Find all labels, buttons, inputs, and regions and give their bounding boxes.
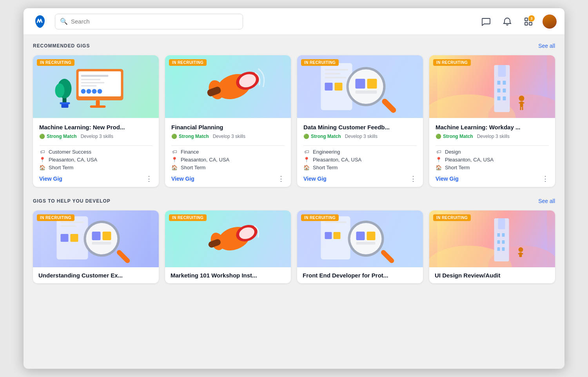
meta-term-1: 🏠 Short Term [39,165,152,170]
messages-button[interactable] [479,14,493,29]
divider-4 [436,145,549,146]
svg-rect-101 [521,253,523,254]
card-menu-1[interactable]: ⋮ [145,175,152,182]
card-menu-3[interactable]: ⋮ [410,175,417,182]
card-image-4: IN RECRUITING [429,55,555,118]
svg-point-65 [86,223,118,254]
card-footer-4: View Gig ⋮ [436,175,549,182]
card-title-3: Data Mining Customer Feedb... [303,123,417,131]
user-avatar[interactable] [543,14,557,29]
svg-rect-91 [498,218,505,229]
develop-text-4: Develop 3 skills [477,134,510,139]
svg-rect-95 [502,240,505,244]
meta-location-2: 📍 Pleasanton, CA, USA [171,157,285,163]
home-icon-4: 🏠 [436,165,442,170]
svg-rect-54 [519,102,521,103]
view-gig-1[interactable]: View Gig [39,176,62,182]
svg-rect-78 [325,221,347,223]
strong-match-1: 🟢 Strong Match [39,134,77,139]
recruiting-badge-1: IN RECRUITING [37,59,74,66]
logo [31,13,49,30]
card-bottom-body-7: Front End Developer for Prot... [297,267,423,283]
card-image-6: IN RECRUITING [165,210,291,267]
card-title-1: Machine Learning: New Prod... [39,123,152,131]
view-gig-2[interactable]: View Gig [171,176,194,182]
match-icon-1: 🟢 [39,134,45,139]
location-icon-3: 📍 [303,157,310,163]
gig-card-4: IN RECRUITING [429,55,555,187]
card-image-8: IN RECRUITING [429,210,555,267]
svg-rect-15 [96,100,100,106]
svg-point-82 [350,223,382,254]
card-body-3: Data Mining Customer Feedb... 🟢 Strong M… [297,118,423,187]
card-footer-3: View Gig ⋮ [303,175,417,182]
recruiting-badge-8: IN RECRUITING [433,214,471,221]
svg-point-12 [87,89,91,94]
tag-icon-3: 🏷 [303,149,310,155]
card-menu-2[interactable]: ⋮ [278,175,285,182]
svg-rect-50 [497,96,501,100]
card-body-2: Financial Planning 🟢 Strong Match Develo… [165,118,291,187]
location-icon-2: 📍 [171,157,178,163]
divider-2 [171,145,285,146]
svg-point-13 [92,89,97,94]
search-icon: 🔍 [60,18,68,25]
match-icon-2: 🟢 [171,134,177,139]
recommended-cards-grid: IN RECRUITING [33,55,555,187]
svg-rect-67 [103,232,111,240]
app-window: 🔍 3 [24,8,564,369]
svg-point-52 [519,96,524,101]
gig-card-3: IN RECRUITING [297,55,423,187]
card-meta-3: 🏷 Engineering 📍 Pleasanton, CA, USA 🏠 Sh… [303,149,417,170]
card-bottom-body-6: Marketing 101 Workshop Inst... [165,267,291,283]
view-gig-3[interactable]: View Gig [303,176,327,182]
svg-rect-92 [497,233,500,237]
card-title-2: Financial Planning [171,123,285,131]
view-gig-4[interactable]: View Gig [436,176,459,182]
strong-match-2: 🟢 Strong Match [171,134,209,139]
search-input[interactable] [71,18,238,25]
card-menu-4[interactable]: ⋮ [542,175,549,182]
recruiting-badge-6: IN RECRUITING [169,214,207,221]
card-bottom-title-8: UI Design Review/Audit [435,272,550,279]
match-icon-4: 🟢 [436,134,441,139]
svg-rect-34 [335,83,343,91]
card-bottom-body-8: UI Design Review/Audit [429,267,555,283]
search-bar[interactable]: 🔍 [55,14,243,29]
meta-category-3: 🏷 Engineering [303,149,417,155]
svg-rect-2 [525,22,528,25]
svg-rect-39 [356,91,377,94]
svg-point-11 [81,89,86,94]
develop-text-2: Develop 3 skills [213,134,245,139]
svg-rect-16 [90,105,106,108]
card-bottom-body-5: Understanding Customer Ex... [33,267,159,283]
card-meta-2: 🏷 Finance 📍 Pleasanton, CA, USA 🏠 Short … [171,149,285,170]
svg-rect-47 [503,81,506,85]
card-meta-1: 🏷 Customer Success 📍 Pleasanton, CA, USA… [39,149,152,170]
svg-rect-63 [71,234,78,242]
meta-location-3: 📍 Pleasanton, CA, USA [303,157,417,163]
see-all-develop[interactable]: See all [538,198,555,204]
home-icon-2: 🏠 [171,165,178,170]
svg-rect-57 [522,107,523,110]
card-match-row-2: 🟢 Strong Match Develop 3 skills [171,134,285,139]
recruiting-badge-3: IN RECRUITING [301,59,339,66]
main-content: RECOMMENDED GIGS See all IN RECRUITING [24,35,564,369]
card-image-2: IN RECRUITING [165,55,291,118]
see-all-recommended[interactable]: See all [538,43,555,49]
svg-rect-66 [92,232,101,240]
svg-point-14 [98,89,102,94]
develop-cards-grid: IN RECRUITING [33,210,555,283]
section-title-recommended: RECOMMENDED GIGS [33,43,90,49]
gig-card-7: IN RECRUITING [297,210,423,283]
gig-card-8: IN RECRUITING [429,210,555,283]
section-title-develop: GIGS TO HELP YOU DEVELOP [33,198,111,204]
svg-point-36 [349,69,383,104]
section-header-develop: GIGS TO HELP YOU DEVELOP See all [33,198,555,204]
svg-rect-10 [81,85,97,87]
recruiting-badge-5: IN RECRUITING [37,214,74,221]
svg-rect-30 [325,69,348,71]
apps-button[interactable]: 3 [521,14,535,29]
notifications-button[interactable] [500,14,514,29]
meta-category-2: 🏷 Finance [171,149,285,155]
